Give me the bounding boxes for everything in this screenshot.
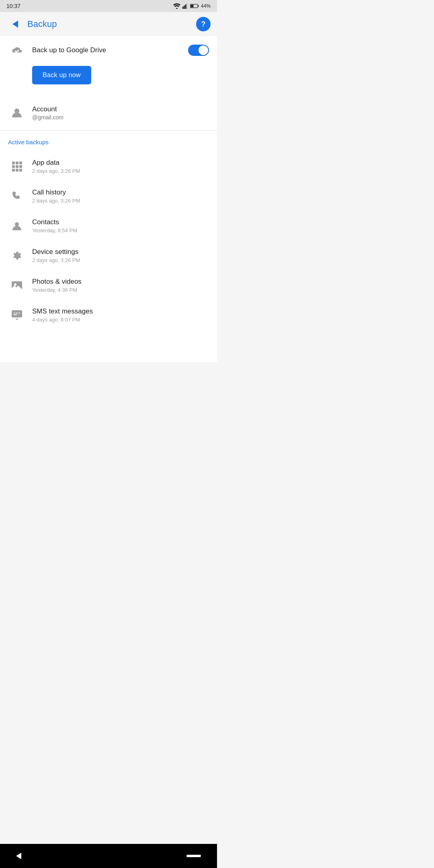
- active-backups-title: Active backups: [8, 139, 49, 145]
- status-bar: 10:37 44%: [0, 0, 217, 12]
- svg-rect-14: [19, 165, 22, 168]
- phone-icon: [8, 191, 26, 201]
- backup-item-device-settings[interactable]: Device settings 2 days ago, 3:26 PM: [0, 241, 217, 270]
- photos-text: Photos & videos Yesterday, 4:36 PM: [32, 278, 209, 293]
- battery-icon: [190, 3, 199, 9]
- device-settings-text: Device settings 2 days ago, 3:26 PM: [32, 248, 209, 263]
- svg-point-0: [176, 8, 178, 9]
- backup-item-photos[interactable]: Photos & videos Yesterday, 4:36 PM: [0, 270, 217, 300]
- backup-drive-toggle-container: [188, 45, 209, 56]
- call-history-text: Call history 2 days ago, 3:26 PM: [32, 188, 209, 204]
- help-button[interactable]: ?: [196, 17, 211, 31]
- app-data-text: App data 2 days ago, 3:26 PM: [32, 159, 209, 174]
- settings-icon: [8, 250, 26, 261]
- battery-percent: 44%: [201, 3, 211, 9]
- svg-rect-2: [184, 6, 185, 9]
- backup-item-contacts[interactable]: Contacts Yesterday, 8:54 PM: [0, 211, 217, 241]
- backup-now-row: Back up now: [0, 64, 217, 96]
- cloud-icon: [8, 46, 26, 56]
- contacts-icon: [8, 221, 26, 231]
- backup-item-sms[interactable]: SMS text messages 4 days ago, 8:07 PM: [0, 300, 217, 330]
- svg-rect-12: [12, 165, 15, 168]
- backup-drive-label: Back up to Google Drive: [32, 46, 188, 54]
- svg-rect-6: [198, 5, 199, 7]
- bottom-spacer: [0, 330, 217, 362]
- account-row[interactable]: Account @gmail.com: [0, 96, 217, 130]
- top-app-bar: Backup ?: [0, 12, 217, 36]
- grid-icon: [8, 161, 26, 172]
- content-area: Back up to Google Drive Back up now Acco…: [0, 36, 217, 362]
- backup-item-call-history[interactable]: Call history 2 days ago, 3:26 PM: [0, 181, 217, 211]
- status-icons: 44%: [173, 3, 211, 9]
- svg-point-20: [14, 283, 16, 286]
- backup-drive-row: Back up to Google Drive: [0, 36, 217, 64]
- wifi-icon: [173, 3, 180, 9]
- signal-icon: [182, 3, 188, 9]
- svg-rect-25: [14, 314, 17, 315]
- svg-rect-10: [16, 162, 18, 164]
- status-time: 10:37: [6, 3, 20, 9]
- page-title: Backup: [27, 19, 196, 29]
- svg-rect-11: [19, 162, 22, 164]
- sms-icon: [8, 310, 26, 320]
- sms-text: SMS text messages 4 days ago, 8:07 PM: [32, 307, 209, 323]
- backup-now-button[interactable]: Back up now: [32, 66, 91, 84]
- svg-rect-3: [185, 4, 186, 9]
- svg-point-18: [15, 222, 19, 226]
- svg-rect-22: [14, 313, 15, 313]
- back-button[interactable]: [6, 15, 24, 33]
- help-icon: ?: [201, 20, 206, 29]
- account-icon: [8, 107, 26, 118]
- active-backups-header: Active backups: [0, 131, 217, 151]
- backup-item-app-data[interactable]: App data 2 days ago, 3:26 PM: [0, 151, 217, 181]
- toggle-knob: [199, 45, 208, 55]
- svg-rect-4: [186, 3, 188, 9]
- svg-rect-7: [190, 5, 193, 8]
- svg-rect-23: [16, 313, 18, 313]
- svg-rect-15: [12, 169, 15, 172]
- contacts-text: Contacts Yesterday, 8:54 PM: [32, 218, 209, 233]
- svg-rect-1: [182, 6, 184, 9]
- back-arrow-icon: [12, 20, 18, 28]
- svg-rect-13: [16, 165, 18, 168]
- svg-rect-9: [12, 162, 15, 164]
- photos-icon: [8, 280, 26, 291]
- svg-rect-21: [12, 310, 22, 317]
- svg-rect-24: [18, 313, 20, 313]
- svg-rect-16: [16, 169, 18, 172]
- backup-drive-toggle[interactable]: [188, 45, 209, 56]
- account-text: Account @gmail.com: [32, 105, 209, 121]
- svg-rect-17: [19, 169, 22, 172]
